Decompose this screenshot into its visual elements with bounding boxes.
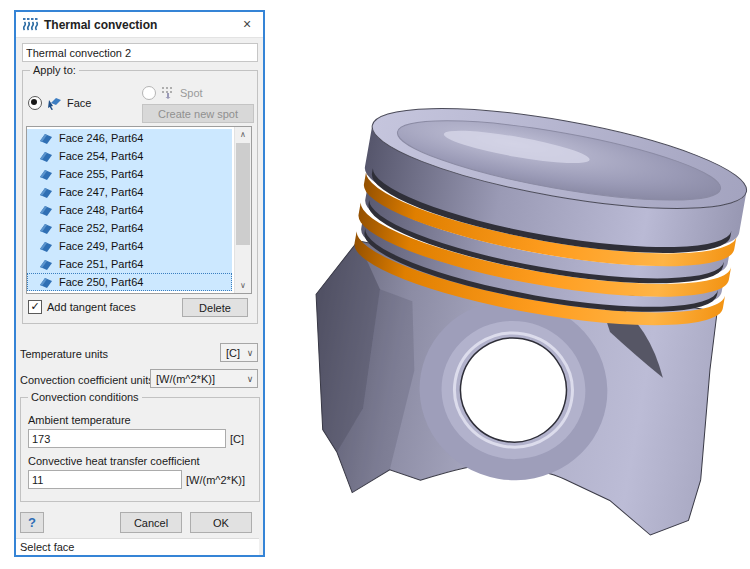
face-icon [39,277,53,288]
face-select-icon [47,97,62,110]
scrollbar-thumb[interactable] [236,143,250,245]
spot-radio-label: Spot [180,87,203,99]
heat-transfer-coefficient-label: Convective heat transfer coefficient [28,455,200,467]
spot-radio [142,86,156,100]
face-list-item[interactable]: Face 247, Part64 [27,183,232,201]
face-icon [39,187,53,198]
delete-button[interactable]: Delete [182,298,248,317]
face-radio-row[interactable]: Face [28,96,91,110]
thermal-convection-icon [23,18,39,31]
add-tangent-label: Add tangent faces [47,301,136,313]
cancel-button[interactable]: Cancel [120,512,182,533]
convection-conditions-label: Convection conditions [28,391,142,403]
viewport-3d-piston-model[interactable] [290,60,750,560]
face-icon [39,259,53,270]
convection-units-label: Convection coefficient units [20,374,154,386]
chevron-down-icon: ∨ [243,374,257,384]
scroll-down-icon[interactable]: ∨ [235,278,251,293]
face-list-item-label: Face 251, Part64 [59,258,143,270]
dialog-title: Thermal convection [44,18,157,32]
face-list[interactable]: Face 246, Part64 Face 254, Part64 Face 2… [26,126,252,294]
face-list-item[interactable]: Face 248, Part64 [27,201,232,219]
temperature-units-label: Temperature units [20,348,108,360]
face-list-item-label: Face 255, Part64 [59,168,143,180]
face-list-item-label: Face 250, Part64 [59,276,143,288]
face-list-item[interactable]: Face 255, Part64 [27,165,232,183]
condition-name-input[interactable] [22,43,258,62]
add-tangent-checkbox[interactable]: ✓ [28,300,42,314]
face-list-item-label: Face 248, Part64 [59,204,143,216]
close-icon[interactable]: × [239,16,255,32]
ok-button[interactable]: OK [190,512,252,533]
face-list-item-label: Face 252, Part64 [59,222,143,234]
scroll-up-icon[interactable]: ∧ [235,127,251,142]
face-icon [39,169,53,180]
dialog-titlebar[interactable]: Thermal convection × [16,12,263,38]
face-list-item[interactable]: Face 254, Part64 [27,147,232,165]
add-tangent-row[interactable]: ✓ Add tangent faces [28,300,136,314]
face-list-item[interactable]: Face 252, Part64 [27,219,232,237]
face-radio-label: Face [67,97,91,109]
spot-radio-row: Spot [142,86,203,100]
chevron-down-icon: ∨ [243,348,257,358]
ambient-unit-suffix: [C] [230,433,244,445]
face-list-item-label: Face 247, Part64 [59,186,143,198]
face-list-item[interactable]: Face 251, Part64 [27,255,232,273]
face-list-item-label: Face 246, Part64 [59,132,143,144]
temperature-units-combo[interactable]: [C] ∨ [220,343,258,362]
coefficient-unit-suffix: [W/(m^2*K)] [186,474,245,486]
face-list-item-label: Face 249, Part64 [59,240,143,252]
face-list-item[interactable]: Face 246, Part64 [27,129,232,147]
spot-icon [161,87,175,99]
face-icon [39,241,53,252]
face-icon [39,205,53,216]
ambient-temperature-input[interactable] [28,429,226,448]
face-icon [39,133,53,144]
face-radio[interactable] [28,96,42,110]
face-list-item-label: Face 254, Part64 [59,150,143,162]
status-bar: Select face [16,538,259,555]
heat-transfer-coefficient-input[interactable] [28,470,182,489]
face-list-item[interactable]: Face 249, Part64 [27,237,232,255]
help-button[interactable]: ? [20,512,44,533]
apply-to-label: Apply to: [30,64,79,76]
thermal-convection-dialog: Thermal convection × Apply to: Face Spot… [14,10,265,557]
convection-units-value: [W/(m^2*K)] [151,373,243,385]
convection-units-combo[interactable]: [W/(m^2*K)] ∨ [150,369,258,388]
create-new-spot-button: Create new spot [142,104,254,123]
face-list-item[interactable]: Face 250, Part64 [27,273,232,291]
face-icon [39,151,53,162]
face-list-scrollbar[interactable]: ∧ ∨ [234,127,251,293]
ambient-temperature-label: Ambient temperature [28,414,131,426]
temperature-units-value: [C] [221,347,243,359]
face-icon [39,223,53,234]
